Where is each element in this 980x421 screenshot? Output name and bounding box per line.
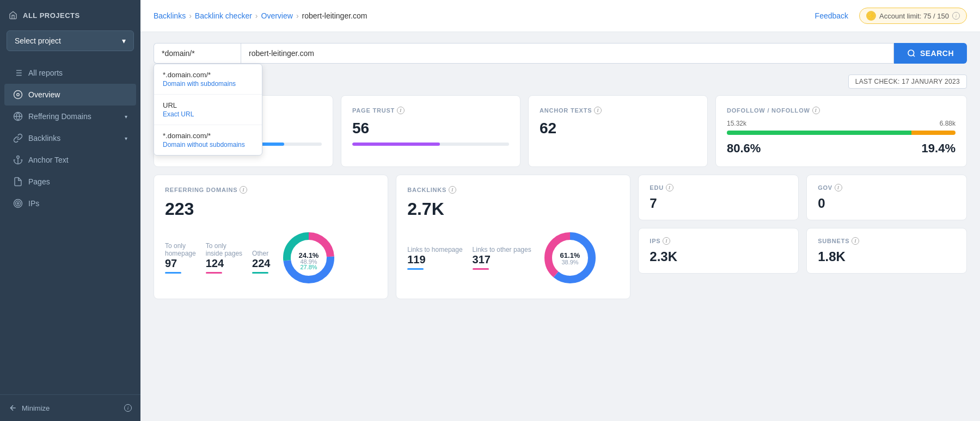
rd-sub-bar-2 xyxy=(252,272,268,274)
rd-sub-bar-0 xyxy=(165,272,181,274)
breadcrumb-overview[interactable]: Overview xyxy=(261,11,293,20)
sidebar-item-pages[interactable]: Pages xyxy=(4,171,136,193)
sidebar-nav: All reports Overview Reffering Domains ▾ xyxy=(0,60,140,394)
ips-label: IPS i xyxy=(650,237,787,245)
svg-line-17 xyxy=(913,55,915,57)
dofollow-label: DOFOLLOW / NOFOLLOW i xyxy=(727,107,955,114)
subnets-value: 1.8K xyxy=(818,249,955,264)
circle-icon xyxy=(13,90,23,100)
dropdown-item-1[interactable]: URL Exact URL xyxy=(154,95,262,125)
dropdown-title-0: *.domain.com/* xyxy=(163,71,253,79)
gov-info[interactable]: i xyxy=(835,184,842,191)
sidebar-item-overview[interactable]: Overview xyxy=(4,84,136,106)
home-icon xyxy=(9,11,17,20)
edu-info[interactable]: i xyxy=(666,184,673,191)
dropdown-item-2[interactable]: *.domain.com/* Domain without subdomains xyxy=(154,125,262,155)
backlinks-value: 2.7K xyxy=(407,199,619,219)
sidebar-item-label: IPs xyxy=(28,199,39,208)
subnets-info[interactable]: i xyxy=(852,237,859,245)
page-trust-info[interactable]: i xyxy=(397,107,405,114)
gov-value: 0 xyxy=(818,196,955,211)
bl-sub-num-0: 119 xyxy=(407,253,462,266)
account-limit-label: Account limit: 75 / 150 xyxy=(879,12,949,20)
svg-point-7 xyxy=(17,94,20,96)
backlinks-sub-items: Links to homepage 119 Links to other pag… xyxy=(407,246,531,270)
rd-sub-num-0: 97 xyxy=(165,257,196,270)
dofollow-info[interactable]: i xyxy=(812,107,820,114)
dofollow-counts: 15.32k 6.88k xyxy=(727,120,955,127)
anchor-texts-label: ANCHOR TEXTS i xyxy=(540,107,696,114)
rd-sub-num-1: 124 xyxy=(206,257,242,270)
dropdown-sub-2: Domain without subdomains xyxy=(163,141,253,148)
rd-sub-label-1: To onlyinside pages xyxy=(206,242,242,257)
edu-gov-row: EDU i 7 GOV i 0 xyxy=(638,175,967,220)
anchor-texts-info[interactable]: i xyxy=(594,107,602,114)
backlinks-info[interactable]: i xyxy=(449,186,456,194)
all-projects-header[interactable]: ALL PROJECTS xyxy=(0,0,140,30)
feedback-button[interactable]: Feedback xyxy=(815,11,848,20)
file-icon xyxy=(13,177,23,187)
bl-sub-bar-1 xyxy=(473,268,489,270)
backlinks-donut: 61.1% 38.9% xyxy=(540,228,600,288)
page-trust-bar xyxy=(352,143,440,146)
project-select-label: Select project xyxy=(15,36,61,45)
referring-domains-donut: 24.1% 48.9% 27.8% xyxy=(279,228,339,288)
domain-filter-input[interactable] xyxy=(154,43,241,64)
sidebar-item-label: Pages xyxy=(28,177,50,186)
page-trust-value: 56 xyxy=(352,120,509,137)
bl-sub-bar-0 xyxy=(407,268,424,270)
url-input[interactable] xyxy=(241,43,894,64)
minimize-button[interactable]: Minimize xyxy=(9,404,50,412)
breadcrumb-backlinks[interactable]: Backlinks xyxy=(154,11,186,20)
account-limit-icon: ⚡ xyxy=(866,11,876,21)
chevron-down-icon: ▾ xyxy=(122,36,126,45)
dashboard-content: LAST CHECK: 17 JANUARY 2023 DOMAIN TRUST… xyxy=(140,69,980,312)
bl-sub-label-1: Links to other pages xyxy=(473,246,531,253)
all-projects-label: ALL PROJECTS xyxy=(23,11,80,20)
edu-label: EDU i xyxy=(650,184,787,191)
sidebar-item-referring-domains[interactable]: Reffering Domains ▾ xyxy=(4,106,136,127)
rd-sub-0: To onlyhomepage 97 xyxy=(165,242,196,274)
dofollow-percentages: 80.6% 19.4% xyxy=(727,141,955,156)
svg-point-10 xyxy=(17,156,20,159)
donut-center-sub-pct2: 27.8% xyxy=(301,264,317,270)
svg-point-14 xyxy=(17,203,19,205)
topbar-right: Feedback ⚡ Account limit: 75 / 150 i xyxy=(815,8,967,24)
referring-domains-info[interactable]: i xyxy=(240,186,247,194)
page-trust-progress xyxy=(352,143,509,146)
gov-card: GOV i 0 xyxy=(806,175,967,220)
rd-sub-label-0: To onlyhomepage xyxy=(165,242,196,257)
dropdown-title-1: URL xyxy=(163,101,253,109)
ips-subnets-row: IPS i 2.3K SUBNETS i 1.8K xyxy=(638,228,967,274)
sidebar-item-anchor-text[interactable]: Anchor Text xyxy=(4,149,136,171)
subnets-label: SUBNETS i xyxy=(818,237,955,245)
dofollow-bar xyxy=(727,131,955,135)
sidebar-item-backlinks[interactable]: Backlinks ▾ xyxy=(4,127,136,149)
sidebar-item-ips[interactable]: IPs xyxy=(4,193,136,214)
dropdown-item-0[interactable]: *.domain.com/* Domain with subdomains xyxy=(154,64,262,95)
breadcrumb-checker[interactable]: Backlink checker xyxy=(195,11,252,20)
subnets-card: SUBNETS i 1.8K xyxy=(806,228,967,274)
rd-sub-bar-1 xyxy=(206,272,222,274)
topbar: Backlinks › Backlink checker › Overview … xyxy=(140,0,980,32)
backlinks-donut-sub: 38.9% xyxy=(561,259,578,265)
gov-label: GOV i xyxy=(818,184,955,191)
dofollow-left-count: 15.32k xyxy=(727,120,746,127)
sidebar-item-all-reports[interactable]: All reports xyxy=(4,62,136,84)
referring-domains-label: REFERRING DOMAINS i xyxy=(165,186,377,194)
account-limit-info[interactable]: i xyxy=(952,12,960,20)
referring-domains-value: 223 xyxy=(165,199,377,219)
edu-value: 7 xyxy=(650,196,787,211)
bl-sub-0: Links to homepage 119 xyxy=(407,246,462,270)
project-select-dropdown[interactable]: Select project ▾ xyxy=(7,30,134,51)
chevron-down-icon: ▾ xyxy=(125,114,127,120)
backlinks-card: BACKLINKS i 2.7K Links to homepage 119 L… xyxy=(396,175,630,299)
search-button[interactable]: SEARCH xyxy=(894,43,967,64)
rd-sub-1: To onlyinside pages 124 xyxy=(206,242,242,274)
help-icon[interactable]: i xyxy=(124,404,132,412)
backlinks-stats: Links to homepage 119 Links to other pag… xyxy=(407,228,619,288)
anchor-icon xyxy=(13,155,23,165)
ips-info[interactable]: i xyxy=(663,237,670,245)
referring-domains-stats: To onlyhomepage 97 To onlyinside pages 1… xyxy=(165,228,377,288)
account-limit-badge[interactable]: ⚡ Account limit: 75 / 150 i xyxy=(859,8,967,24)
